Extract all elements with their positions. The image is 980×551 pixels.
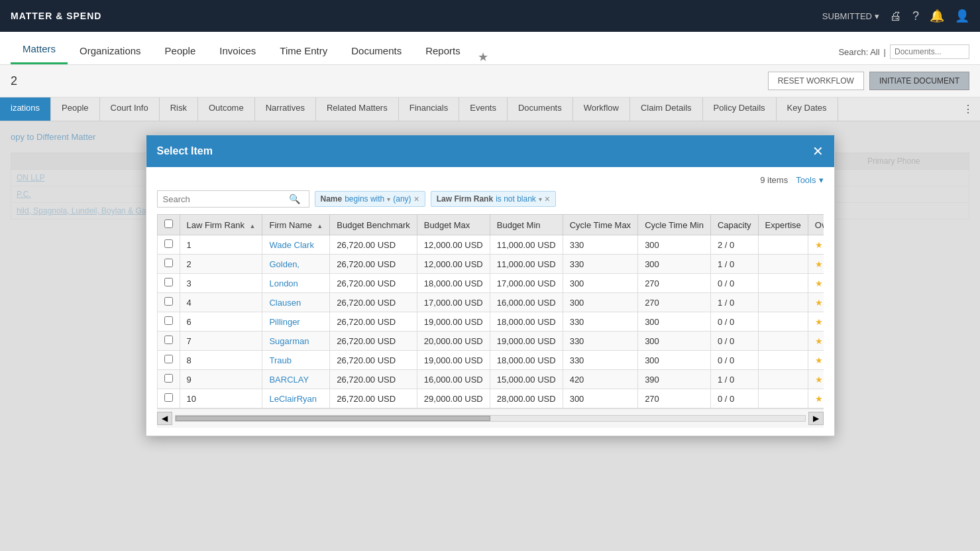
row-checkbox[interactable] <box>164 336 173 344</box>
stars-cell[interactable]: ★★★ <box>808 312 823 332</box>
capacity-cell: 0 / 0 <box>710 312 758 332</box>
tab-outcome[interactable]: Outcome <box>198 97 255 121</box>
table-row[interactable]: 2 Golden, 26,720.00 USD 12,000.00 USD 11… <box>157 255 824 274</box>
col-capacity[interactable]: Capacity <box>710 215 758 235</box>
table-row[interactable]: 9 BARCLAY 26,720.00 USD 16,000.00 USD 15… <box>157 370 824 389</box>
stars-cell[interactable]: ★★★ <box>808 351 823 370</box>
modal-close-button[interactable]: ✕ <box>812 143 824 159</box>
row-checkbox[interactable] <box>164 374 173 383</box>
nav-reports[interactable]: Reports <box>413 37 472 64</box>
tab-key-dates[interactable]: Key Dates <box>777 97 838 121</box>
stars-cell[interactable]: ★★★ <box>808 332 823 351</box>
tab-financials[interactable]: Financials <box>399 97 460 121</box>
firm-cell[interactable]: Clausen <box>262 293 330 312</box>
firm-cell[interactable]: Golden, <box>262 255 330 274</box>
filled-star-icon: ★ <box>815 298 823 308</box>
row-checkbox[interactable] <box>164 355 173 363</box>
col-check <box>157 215 180 235</box>
tab-policy-details[interactable]: Policy Details <box>703 97 777 121</box>
tab-people[interactable]: People <box>51 97 99 121</box>
cycle-max-cell: 300 <box>563 389 637 408</box>
stars-cell[interactable]: ★★★ <box>808 389 823 408</box>
help-icon[interactable]: ? <box>912 9 919 23</box>
tab-risk[interactable]: Risk <box>160 97 198 121</box>
capacity-cell: 1 / 0 <box>710 293 758 312</box>
scroll-thumb[interactable] <box>176 416 490 421</box>
reset-workflow-button[interactable]: RESET WORKFLOW <box>768 72 864 90</box>
table-row[interactable]: 10 LeClairRyan 26,720.00 USD 29,000.00 U… <box>157 389 824 408</box>
table-row[interactable]: 1 Wade Clark 26,720.00 USD 12,000.00 USD… <box>157 235 824 255</box>
scroll-left-button[interactable]: ◀ <box>157 412 172 425</box>
nav-people[interactable]: People <box>153 37 208 64</box>
horizontal-scrollbar[interactable]: ◀ ▶ <box>157 408 824 428</box>
tab-more-button[interactable]: ⋮ <box>956 97 980 121</box>
select-all-checkbox[interactable] <box>164 219 173 228</box>
table-row[interactable]: 6 Pillinger 26,720.00 USD 19,000.00 USD … <box>157 312 824 332</box>
search-all-input[interactable] <box>890 44 969 59</box>
cycle-max-cell: 330 <box>563 312 637 332</box>
scroll-right-button[interactable]: ▶ <box>808 412 824 425</box>
firm-cell[interactable]: BARCLAY <box>262 370 330 389</box>
col-budget-benchmark[interactable]: Budget Benchmark <box>330 215 417 235</box>
nav-invoices[interactable]: Invoices <box>207 37 268 64</box>
col-cycle-time-min[interactable]: Cycle Time Min <box>638 215 711 235</box>
row-checkbox[interactable] <box>164 259 173 267</box>
firm-cell[interactable]: LeClairRyan <box>262 389 330 408</box>
bell-icon[interactable]: 🔔 <box>930 9 944 23</box>
col-firm-name[interactable]: Firm Name ▲ <box>262 215 330 235</box>
tab-narratives[interactable]: Narratives <box>255 97 316 121</box>
tab-organizations[interactable]: izations <box>0 97 51 121</box>
table-row[interactable]: 8 Traub 26,720.00 USD 19,000.00 USD 18,0… <box>157 351 824 370</box>
status-dropdown[interactable]: SUBMITTED ▾ <box>822 11 879 21</box>
capacity-cell: 0 / 0 <box>710 351 758 370</box>
stars-cell[interactable]: ★★★ <box>808 255 823 274</box>
firm-cell[interactable]: Traub <box>262 351 330 370</box>
remove-name-filter-button[interactable]: × <box>414 194 419 204</box>
tab-events[interactable]: Events <box>459 97 508 121</box>
col-law-firm-rank[interactable]: Law Firm Rank ▲ <box>180 215 262 235</box>
nav-time-entry[interactable]: Time Entry <box>268 37 339 64</box>
col-budget-min[interactable]: Budget Min <box>490 215 563 235</box>
stars-cell[interactable]: ★★★ <box>808 370 823 389</box>
table-row[interactable]: 3 London 26,720.00 USD 18,000.00 USD 17,… <box>157 274 824 293</box>
stars-cell[interactable]: ★★★ <box>808 235 823 255</box>
modal-table-scroll[interactable]: Law Firm Rank ▲ Firm Name ▲ Budget Bench… <box>157 214 824 408</box>
nav-matters[interactable]: Matters <box>11 35 68 64</box>
tab-documents[interactable]: Documents <box>508 97 573 121</box>
modal-data-table: Law Firm Rank ▲ Firm Name ▲ Budget Bench… <box>157 214 824 408</box>
modal-search-input[interactable] <box>163 194 289 204</box>
user-icon[interactable]: 👤 <box>955 9 969 23</box>
table-row[interactable]: 4 Clausen 26,720.00 USD 17,000.00 USD 16… <box>157 293 824 312</box>
row-checkbox[interactable] <box>164 278 173 286</box>
budget-max-cell: 19,000.00 USD <box>417 312 490 332</box>
row-checkbox[interactable] <box>164 393 173 402</box>
tab-claim-details[interactable]: Claim Details <box>630 97 703 121</box>
firm-cell[interactable]: Wade Clark <box>262 235 330 255</box>
row-checkbox[interactable] <box>164 316 173 325</box>
stars-cell[interactable]: ★★★ <box>808 274 823 293</box>
firm-cell[interactable]: London <box>262 274 330 293</box>
col-overall-r[interactable]: Overall R <box>808 215 823 235</box>
row-checkbox[interactable] <box>164 239 173 248</box>
table-row[interactable]: 7 Sugarman 26,720.00 USD 20,000.00 USD 1… <box>157 332 824 351</box>
nav-organizations[interactable]: Organizations <box>68 37 153 64</box>
nav-documents[interactable]: Documents <box>339 37 413 64</box>
tab-workflow[interactable]: Workflow <box>573 97 630 121</box>
initiate-document-button[interactable]: INITIATE DOCUMENT <box>869 72 969 90</box>
filter-chevron-icon[interactable]: ▾ <box>387 196 390 203</box>
col-cycle-time-max[interactable]: Cycle Time Max <box>563 215 637 235</box>
firm-cell[interactable]: Pillinger <box>262 312 330 332</box>
tab-related-matters[interactable]: Related Matters <box>316 97 399 121</box>
tools-button[interactable]: Tools ▾ <box>796 175 823 185</box>
tab-court-info[interactable]: Court Info <box>100 97 160 121</box>
firm-cell[interactable]: Sugarman <box>262 332 330 351</box>
col-expertise[interactable]: Expertise <box>758 215 808 235</box>
scroll-track[interactable] <box>175 415 806 422</box>
favorites-star[interactable]: ★ <box>478 50 488 64</box>
row-checkbox[interactable] <box>164 297 173 306</box>
col-budget-max[interactable]: Budget Max <box>417 215 490 235</box>
stars-cell[interactable]: ★★★ <box>808 293 823 312</box>
print-icon[interactable]: 🖨 <box>890 9 902 23</box>
remove-rank-filter-button[interactable]: × <box>545 194 550 204</box>
filter-chevron-icon[interactable]: ▾ <box>539 196 542 203</box>
